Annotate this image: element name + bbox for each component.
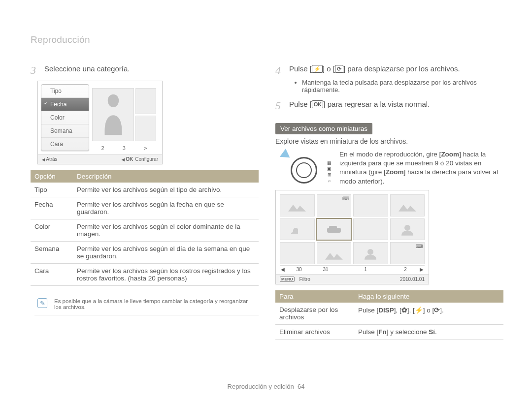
- thumb-cell: [280, 242, 315, 264]
- step-5-number: 5: [275, 99, 289, 111]
- table-row: FechaPermite ver los archivos según la f…: [31, 197, 259, 219]
- thumbnail-date-full: 2010.01.01: [400, 277, 425, 282]
- category-screen-footer: Atrás OKConfigurar: [38, 154, 162, 164]
- step-3-text: Seleccione una categoría.: [44, 64, 130, 74]
- thumbnail-footer: MENU Filtro 2010.01.01: [276, 274, 429, 284]
- thumb-cell: [317, 242, 352, 264]
- category-preview-thumbs: [92, 88, 156, 141]
- zoom-instruction-text: En el modo de reproducción, gire [Zoom] …: [339, 150, 503, 186]
- fn-button-icon: Fn: [378, 328, 387, 336]
- note-icon: ✎: [37, 298, 47, 308]
- table-row: Eliminar archivos Pulse [Fn] y seleccion…: [275, 324, 503, 339]
- options-header-opcion: Opción: [31, 170, 73, 183]
- thumb-cell: [280, 218, 315, 241]
- ok-hint-icon: OK: [122, 156, 133, 162]
- thumb-cell: [280, 194, 315, 216]
- table-row: ColorPermite ver los archivos según el c…: [31, 219, 259, 242]
- zoom-ring-icon: [291, 157, 317, 184]
- actions-table: Para Haga lo siguiente Desplazarse por l…: [275, 290, 503, 339]
- timer-button-icon: ⟳: [434, 307, 440, 314]
- table-row: SemanaPermite ver los archivos según el …: [31, 242, 259, 264]
- flash-icon: ⚡: [312, 65, 323, 73]
- category-menu-list: Tipo Fecha Color Semana Cara: [41, 84, 89, 151]
- thumb-cell-selected: [317, 218, 352, 241]
- options-header-descripcion: Descripción: [73, 170, 259, 183]
- date-next-icon: ▶: [419, 267, 425, 272]
- category-item-fecha: Fecha: [41, 98, 89, 111]
- note-box: ✎ Es posible que a la cámara le lleve ti…: [34, 293, 259, 315]
- svg-point-3: [367, 249, 373, 255]
- step-4: 4 Pulse [⚡] o [⟳] para desplazarse por l…: [275, 64, 503, 76]
- thumb-cell: ⌨: [390, 242, 425, 264]
- thumb-cell: [390, 194, 425, 216]
- note-text: Es posible que a la cámara le lleve tiem…: [54, 298, 248, 310]
- back-hint: Atrás: [42, 156, 58, 162]
- svg-rect-1: [329, 226, 337, 229]
- actions-header-haga: Haga lo siguiente: [354, 290, 503, 303]
- thumb-cell: [353, 242, 388, 264]
- page-section-header: Reproducción: [31, 34, 503, 45]
- thumb-cell: [353, 194, 388, 216]
- svg-point-2: [404, 225, 410, 231]
- timer-icon: ⟳: [335, 65, 343, 73]
- step-4-number: 4: [275, 64, 289, 76]
- step-4-bullet: Mantenga la tecla pulsada para desplazar…: [302, 79, 503, 93]
- step-5-text: Pulse [OK] para regresar a la vista norm…: [289, 99, 430, 109]
- thumbnails-section-title: Ver archivos como miniaturas: [275, 123, 372, 134]
- category-item-semana: Semana: [41, 124, 89, 138]
- macro-button-icon: ✿: [401, 307, 407, 314]
- table-row: TipoPermite ver los archivos según el ti…: [31, 183, 259, 197]
- category-menu-screenshot: Tipo Fecha Color Semana Cara 2 3 > Atrás…: [37, 81, 163, 164]
- person-silhouette-icon: [101, 93, 126, 137]
- zoom-instruction-row: ▦ ▣ ⊞ ⌕ En el modo de reproducción, gire…: [275, 150, 503, 186]
- thumbnails-intro: Explore vistas en miniatura de los archi…: [275, 137, 503, 145]
- left-column: 3 Seleccione una categoría. Tipo Fecha C…: [31, 64, 259, 339]
- actions-header-para: Para: [275, 290, 354, 303]
- category-pager: 2 3 >: [92, 145, 156, 151]
- zoom-ring-graphic: ▦ ▣ ⊞ ⌕: [275, 150, 332, 186]
- right-column: 4 Pulse [⚡] o [⟳] para desplazarse por l…: [275, 64, 503, 339]
- thumbnail-date-bar: ◀ 30 31 1 2 ▶: [280, 265, 425, 273]
- thumb-cell: [353, 218, 388, 241]
- filter-label: Filtro: [299, 277, 310, 282]
- date-prev-icon: ◀: [280, 267, 286, 272]
- step-3-number: 3: [31, 64, 44, 76]
- step-4-sub: Mantenga la tecla pulsada para desplazar…: [275, 79, 503, 93]
- page-footer: Reproducción y edición 64: [0, 383, 532, 390]
- thumb-cell: ⌨: [317, 194, 352, 216]
- step-5: 5 Pulse [OK] para regresar a la vista no…: [275, 99, 503, 111]
- category-item-tipo: Tipo: [41, 85, 89, 98]
- print-mark-icon: ⌨: [416, 244, 423, 249]
- zoom-arrow-icon: [278, 149, 290, 161]
- thumbnail-grid-screenshot: ⌨ ⌨ ◀ 30 31 1 2 ▶ MENU: [275, 190, 429, 284]
- thumb-cell: [390, 218, 425, 241]
- ok-button-icon: OK: [312, 100, 324, 108]
- print-mark-icon: ⌨: [342, 196, 349, 201]
- zoom-side-icons: ▦ ▣ ⊞ ⌕: [327, 160, 332, 184]
- category-item-cara: Cara: [41, 138, 89, 151]
- flash-button-icon: ⚡: [415, 307, 423, 314]
- configure-hint: Configurar: [135, 156, 158, 162]
- step-3: 3 Seleccione una categoría.: [31, 64, 259, 76]
- disp-button-icon: DISP: [378, 307, 394, 314]
- menu-button-icon: MENU: [280, 277, 295, 282]
- category-item-color: Color: [41, 111, 89, 124]
- step-4-text: Pulse [⚡] o [⟳] para desplazarse por los…: [289, 64, 460, 74]
- options-table: Opción Descripción TipoPermite ver los a…: [31, 170, 259, 286]
- table-row: CaraPermite ver los archivos según los r…: [31, 264, 259, 286]
- table-row: Desplazarse por los archivos Pulse [DISP…: [275, 303, 503, 325]
